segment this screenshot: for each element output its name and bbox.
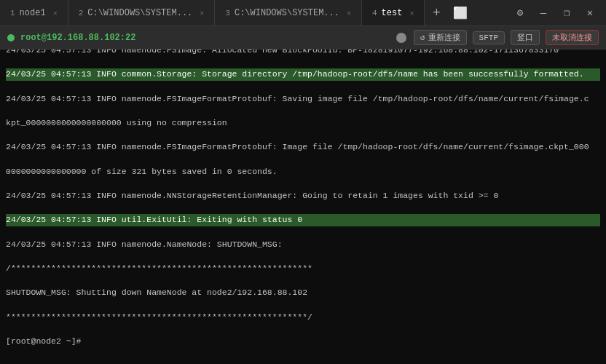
connection-status-icon (7, 34, 15, 41)
minimize-icon[interactable]: — (533, 4, 554, 22)
reconnect-icon: ↺ (420, 33, 425, 42)
close-icon[interactable]: ✕ (580, 4, 600, 22)
new-tab-button[interactable]: + (425, 0, 448, 25)
cancel-button[interactable]: 未取消连接 (546, 30, 599, 45)
tab-bar: 1 node1 ✕ 2 C:\WINDOWS\SYSTEM... ✕ 3 C:\… (0, 0, 606, 26)
tab-2[interactable]: 2 C:\WINDOWS\SYSTEM... ✕ (68, 0, 216, 25)
host-info: root@192.168.88.102:22 (20, 33, 135, 43)
restore-icon[interactable]: ❐ (556, 4, 577, 22)
settings-icon[interactable]: ⚙ (510, 4, 530, 22)
tab-1[interactable]: 1 node1 ✕ (0, 0, 68, 25)
tab-4[interactable]: 4 test ✕ (362, 0, 425, 25)
sftp-button[interactable]: SFTP (473, 31, 505, 44)
terminal-content: 24/03/25 04:57:13 INFO util.GSet: capaci… (6, 50, 600, 360)
signal-icon (396, 33, 406, 43)
terminal[interactable]: 24/03/25 04:57:13 INFO util.GSet: capaci… (0, 50, 606, 364)
split-button[interactable]: 竖口 (511, 30, 540, 45)
toolbar: root@192.168.88.102:22 ↺ 重新连接 SFTP 竖口 未取… (0, 26, 606, 50)
tab-3[interactable]: 3 C:\WINDOWS\SYSTEM... ✕ (215, 0, 362, 25)
maximize-icon[interactable]: ⬜ (449, 3, 471, 23)
reconnect-button[interactable]: ↺ 重新连接 (414, 30, 467, 45)
window-controls: ⚙ — ❐ ✕ (510, 4, 606, 22)
